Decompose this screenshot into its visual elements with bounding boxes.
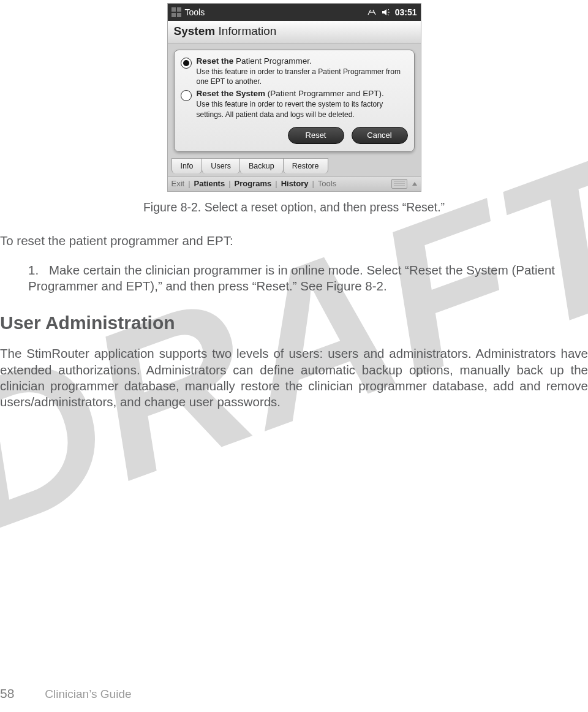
- nav-programs[interactable]: Programs: [235, 179, 272, 188]
- step-text: Make certain the clinician programmer is…: [28, 263, 555, 293]
- titlebar-title: Tools: [185, 7, 205, 17]
- radio-unselected-icon[interactable]: [181, 90, 192, 101]
- nav-history[interactable]: History: [281, 179, 309, 188]
- connectivity-icon: [367, 8, 377, 17]
- bottom-nav: Exit | Patients | Programs | History | T…: [168, 176, 421, 191]
- opt2-desc: Use this feature in order to revert the …: [197, 99, 408, 119]
- heading-rest: Information: [215, 25, 276, 37]
- svg-marker-0: [382, 9, 386, 15]
- cancel-button[interactable]: Cancel: [352, 127, 408, 144]
- figure-caption: Figure 8-2. Select a reset option, and t…: [0, 200, 588, 214]
- device-screenshot: Tools 03:51 System Information Rese: [167, 3, 421, 192]
- nav-patients[interactable]: Patients: [194, 179, 225, 188]
- page-footer: 58 Clinician’s Guide: [0, 686, 132, 701]
- option-reset-system[interactable]: Reset the System (Patient Programmer and…: [181, 89, 408, 119]
- opt1-title-rest: Patient Programmer.: [236, 56, 312, 66]
- tab-info[interactable]: Info: [172, 158, 203, 173]
- ordered-step: 1.Make certain the clinician programmer …: [28, 262, 588, 294]
- nav-exit[interactable]: Exit: [172, 179, 185, 188]
- reset-dialog: Reset the Patient Programmer. Use this f…: [174, 50, 415, 152]
- opt1-desc: Use this feature in order to transfer a …: [197, 67, 408, 86]
- heading-bold: System: [174, 25, 216, 37]
- opt2-title-rest: (Patient Programmer and EPT).: [268, 89, 384, 98]
- volume-icon: [382, 8, 390, 17]
- reset-button[interactable]: Reset: [288, 127, 344, 144]
- device-titlebar: Tools 03:51: [168, 4, 421, 21]
- opt1-title-bold: Reset the: [197, 56, 236, 66]
- nav-tools[interactable]: Tools: [318, 179, 336, 188]
- tab-backup[interactable]: Backup: [239, 158, 284, 173]
- start-icon[interactable]: [172, 7, 181, 17]
- page-number: 58: [0, 686, 14, 701]
- tab-bar: Info Users Backup Restore: [168, 158, 421, 176]
- intro-text: To reset the patient programmer and EPT:: [0, 233, 588, 249]
- tab-users[interactable]: Users: [202, 158, 240, 173]
- screen-heading: System Information: [168, 21, 421, 44]
- chevron-up-icon[interactable]: [412, 182, 417, 186]
- section-heading: User Administration: [0, 312, 588, 333]
- step-number: 1.: [28, 262, 49, 278]
- option-reset-programmer[interactable]: Reset the Patient Programmer. Use this f…: [181, 56, 408, 86]
- titlebar-time: 03:51: [395, 7, 417, 17]
- radio-selected-icon[interactable]: [181, 58, 192, 69]
- opt2-title-bold: Reset the System: [197, 89, 268, 98]
- footer-guide: Clinician’s Guide: [45, 687, 131, 701]
- section-body: The StimRouter application supports two …: [0, 346, 588, 410]
- tab-restore[interactable]: Restore: [283, 158, 328, 173]
- keyboard-icon[interactable]: [391, 179, 407, 189]
